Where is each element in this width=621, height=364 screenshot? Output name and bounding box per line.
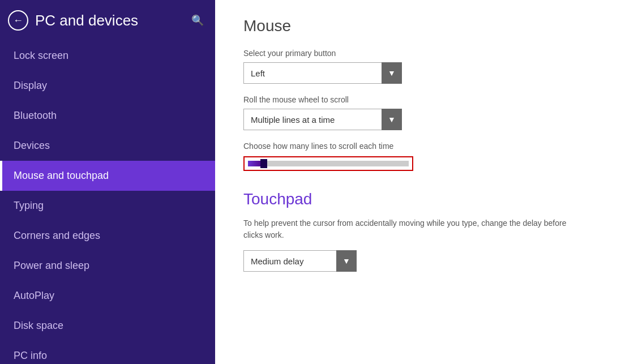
sidebar-item-devices[interactable]: Devices xyxy=(0,131,215,161)
mouse-section-title: Mouse xyxy=(243,17,593,35)
sidebar-item-display[interactable]: Display xyxy=(0,71,215,101)
scroll-select[interactable]: Multiple lines at a time One screen at a… xyxy=(243,109,402,130)
search-icon[interactable]: 🔍 xyxy=(191,14,204,27)
slider-thumb xyxy=(260,159,267,168)
sidebar-item-pc-info[interactable]: PC info xyxy=(0,341,215,364)
scroll-label: Roll the mouse wheel to scroll xyxy=(243,95,593,104)
sidebar-item-disk-space[interactable]: Disk space xyxy=(0,311,215,341)
touchpad-section-title: Touchpad xyxy=(243,190,593,208)
sidebar-item-typing[interactable]: Typing xyxy=(0,191,215,221)
delay-select[interactable]: No delay (always on) Short delay Medium … xyxy=(243,250,357,272)
sidebar-title: PC and devices xyxy=(35,12,138,29)
sidebar-nav: Lock screen Display Bluetooth Devices Mo… xyxy=(0,41,215,364)
sidebar-item-corners-and-edges[interactable]: Corners and edges xyxy=(0,221,215,251)
sidebar-item-lock-screen[interactable]: Lock screen xyxy=(0,41,215,71)
scroll-select-wrapper: Multiple lines at a time One screen at a… xyxy=(243,109,402,130)
sidebar-item-power-and-sleep[interactable]: Power and sleep xyxy=(0,251,215,281)
main-content: Mouse Select your primary button Left Ri… xyxy=(215,0,621,364)
back-arrow-icon: ← xyxy=(13,15,23,25)
primary-button-select[interactable]: Left Right xyxy=(243,62,402,84)
slider-track xyxy=(248,161,409,166)
primary-button-select-wrapper: Left Right ▼ xyxy=(243,62,402,84)
sidebar-item-mouse-and-touchpad[interactable]: Mouse and touchpad xyxy=(0,161,215,191)
lines-label: Choose how many lines to scroll each tim… xyxy=(243,142,593,151)
slider-section: Choose how many lines to scroll each tim… xyxy=(243,142,593,173)
back-button[interactable]: ← xyxy=(8,10,28,31)
sidebar-item-bluetooth[interactable]: Bluetooth xyxy=(0,101,215,131)
delay-select-wrapper: No delay (always on) Short delay Medium … xyxy=(243,250,357,272)
sidebar-item-autoplay[interactable]: AutoPlay xyxy=(0,281,215,311)
touchpad-section: Touchpad To help prevent the cursor from… xyxy=(243,190,593,272)
primary-button-label: Select your primary button xyxy=(243,49,593,58)
sidebar-header: ← PC and devices 🔍 xyxy=(0,0,215,41)
sidebar: ← PC and devices 🔍 Lock screen Display B… xyxy=(0,0,215,364)
touchpad-description: To help prevent the cursor from accident… xyxy=(243,217,572,241)
slider-container xyxy=(243,156,413,171)
